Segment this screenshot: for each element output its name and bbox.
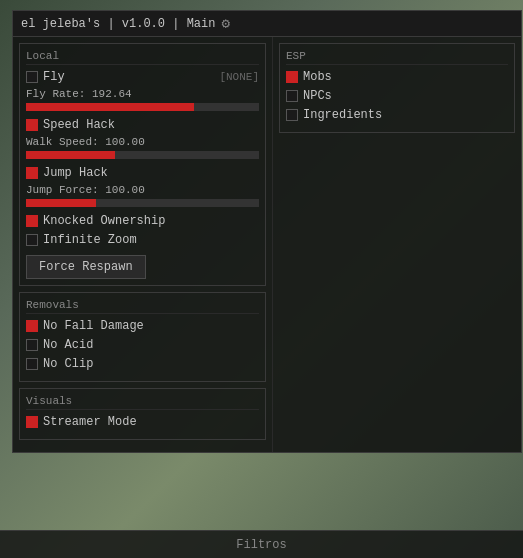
infinite-zoom-checkbox[interactable] [26, 234, 38, 246]
no-fall-damage-checkbox[interactable] [26, 320, 38, 332]
gear-icon[interactable]: ⚙ [221, 15, 229, 32]
ingredients-row: Ingredients [286, 107, 508, 123]
streamer-mode-row: Streamer Mode [26, 414, 259, 430]
fly-rate-fill [26, 103, 194, 111]
jump-force-label: Jump Force: 100.00 [26, 184, 259, 196]
no-fall-damage-row: No Fall Damage [26, 318, 259, 334]
mobs-checkbox[interactable] [286, 71, 298, 83]
bottom-bar: Filtros [0, 530, 523, 558]
walk-speed-label: Walk Speed: 100.00 [26, 136, 259, 148]
walk-speed-slider[interactable] [26, 151, 259, 159]
main-panel: el jeleba's | v1.0.0 | Main ⚙ Local Fly … [12, 10, 522, 453]
left-panel: Local Fly [NONE] Fly Rate: 192.64 [13, 37, 273, 452]
knocked-ownership-checkbox[interactable] [26, 215, 38, 227]
fly-keybind: [NONE] [219, 71, 259, 83]
npcs-checkbox[interactable] [286, 90, 298, 102]
jump-hack-label: Jump Hack [43, 166, 108, 180]
speed-hack-label: Speed Hack [43, 118, 115, 132]
infinite-zoom-label: Infinite Zoom [43, 233, 137, 247]
visuals-section-title: Visuals [26, 395, 259, 410]
esp-section: ESP Mobs NPCs Ingredients [279, 43, 515, 133]
removals-section-title: Removals [26, 299, 259, 314]
jump-force-section: Jump Force: 100.00 [26, 184, 259, 207]
no-clip-row: No Clip [26, 356, 259, 372]
fly-rate-label: Fly Rate: 192.64 [26, 88, 259, 100]
fly-label: Fly [43, 70, 65, 84]
fly-checkbox[interactable] [26, 71, 38, 83]
mobs-row: Mobs [286, 69, 508, 85]
knocked-ownership-label: Knocked Ownership [43, 214, 165, 228]
jump-force-slider[interactable] [26, 199, 259, 207]
visuals-section: Visuals Streamer Mode [19, 388, 266, 440]
jump-hack-checkbox[interactable] [26, 167, 38, 179]
fly-rate-slider[interactable] [26, 103, 259, 111]
npcs-label: NPCs [303, 89, 332, 103]
content-area: Local Fly [NONE] Fly Rate: 192.64 [13, 37, 521, 452]
no-acid-row: No Acid [26, 337, 259, 353]
npcs-row: NPCs [286, 88, 508, 104]
right-panel: ESP Mobs NPCs Ingredients [273, 37, 521, 452]
walk-speed-section: Walk Speed: 100.00 [26, 136, 259, 159]
mobs-label: Mobs [303, 70, 332, 84]
speed-hack-row: Speed Hack [26, 117, 259, 133]
no-clip-checkbox[interactable] [26, 358, 38, 370]
no-acid-checkbox[interactable] [26, 339, 38, 351]
speed-hack-checkbox[interactable] [26, 119, 38, 131]
removals-section: Removals No Fall Damage No Acid No Clip [19, 292, 266, 382]
streamer-mode-checkbox[interactable] [26, 416, 38, 428]
title-text: el jeleba's | v1.0.0 | Main [21, 17, 215, 31]
esp-section-title: ESP [286, 50, 508, 65]
walk-speed-fill [26, 151, 115, 159]
streamer-mode-label: Streamer Mode [43, 415, 137, 429]
title-bar: el jeleba's | v1.0.0 | Main ⚙ [13, 11, 521, 37]
jump-hack-row: Jump Hack [26, 165, 259, 181]
local-section: Local Fly [NONE] Fly Rate: 192.64 [19, 43, 266, 286]
ingredients-checkbox[interactable] [286, 109, 298, 121]
knocked-ownership-row: Knocked Ownership [26, 213, 259, 229]
force-respawn-button[interactable]: Force Respawn [26, 255, 146, 279]
fly-row: Fly [NONE] [26, 69, 259, 85]
no-fall-damage-label: No Fall Damage [43, 319, 144, 333]
filtros-label: Filtros [236, 538, 286, 552]
no-clip-label: No Clip [43, 357, 93, 371]
local-section-title: Local [26, 50, 259, 65]
jump-force-fill [26, 199, 96, 207]
no-acid-label: No Acid [43, 338, 93, 352]
infinite-zoom-row: Infinite Zoom [26, 232, 259, 248]
fly-rate-section: Fly Rate: 192.64 [26, 88, 259, 111]
ingredients-label: Ingredients [303, 108, 382, 122]
